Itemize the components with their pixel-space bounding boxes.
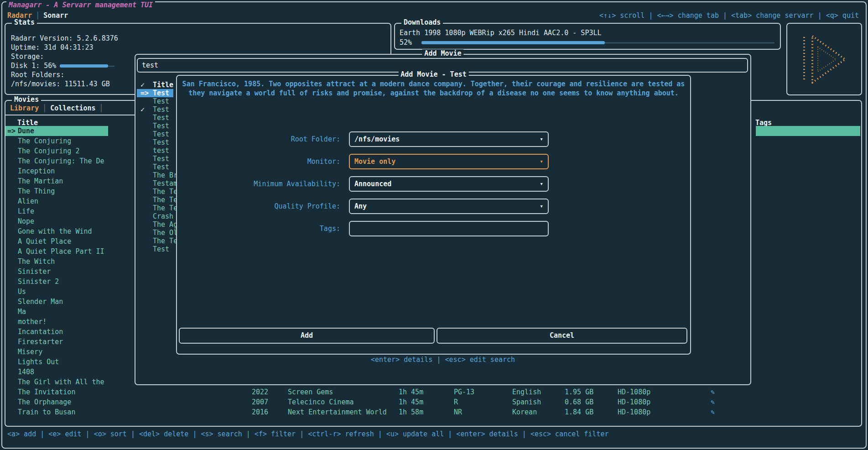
results-header-label: Title	[153, 81, 173, 89]
selection-arrow: =>	[7, 126, 18, 136]
library-tabbar: Library│Collections│	[10, 104, 107, 113]
disk-percent: 56%	[44, 62, 56, 70]
selected-row-tags-highlight	[756, 126, 860, 136]
movie-title-cell: Lights Out	[18, 357, 59, 367]
root-folder-entry: /nfs/movies: 11511.43 GB	[11, 79, 118, 89]
root-folder-value: /nfs/movies	[354, 132, 400, 146]
movie-title-cell: The Martian	[18, 176, 63, 186]
top-keybindings: <↑↓> scroll | <←→> change tab | <tab> ch…	[599, 11, 859, 20]
result-title-cell: test	[153, 147, 169, 155]
movie-title-cell: The Thing	[18, 186, 55, 196]
movie-studio-cell: Next Entertainment World	[288, 407, 387, 417]
minimum-availability-label: Minimum Availability:	[177, 176, 340, 192]
search-result-row[interactable]: The Test	[137, 204, 173, 212]
result-title-cell: Test	[153, 105, 169, 114]
search-result-row[interactable]: =>Test	[137, 89, 173, 97]
movie-title-cell: The Witch	[18, 256, 55, 267]
search-result-row[interactable]: Test	[137, 114, 173, 122]
chevron-down-icon: ▾	[540, 177, 543, 191]
radarr-version: Radarr Version: 5.2.6.8376	[11, 34, 118, 43]
root-folder-dropdown[interactable]: /nfs/movies ▾	[349, 131, 549, 147]
search-result-row[interactable]: The Old	[137, 229, 173, 237]
add-movie-modal: Add Movie - Test San Francisco, 1985. Tw…	[176, 75, 691, 355]
search-result-row[interactable]: Test	[137, 122, 173, 130]
search-result-row[interactable]: The Bran	[137, 171, 173, 179]
modal-title: Add Movie - Test	[398, 70, 469, 78]
monitor-dropdown[interactable]: Movie only ▾	[349, 154, 549, 169]
result-title-cell: Test	[153, 122, 169, 130]
movie-title-cell: Us	[18, 287, 26, 297]
search-result-row[interactable]: Test	[137, 138, 173, 147]
movie-row[interactable]: Train to Busan 2016 Next Entertainment W…	[5, 407, 861, 417]
tab-collections[interactable]: Collections	[50, 104, 95, 112]
movie-language-cell: Spanish	[512, 397, 541, 407]
movie-language-cell: Korean	[512, 407, 537, 417]
checkmark-icon: ✓	[140, 105, 153, 114]
disk-usage: Disk 1: 56%	[11, 61, 118, 70]
root-folder-label: Root Folder:	[177, 131, 340, 147]
search-result-row[interactable]: Test	[137, 163, 173, 171]
search-result-row[interactable]: The Test	[137, 237, 173, 245]
add-button[interactable]: Add	[179, 328, 435, 344]
search-result-row[interactable]: test	[137, 147, 173, 155]
search-result-row[interactable]: Test	[137, 97, 173, 105]
selection-arrow: =>	[140, 89, 153, 97]
search-result-row[interactable]: Crash Te	[137, 212, 173, 220]
movie-certification-cell: R	[454, 397, 458, 407]
movie-title-cell: Train to Busan	[18, 407, 75, 417]
movie-title-cell: The Girl with All the	[18, 377, 104, 387]
tab-separator: │	[42, 104, 47, 112]
movie-title-cell: Dune	[18, 126, 34, 136]
quality-profile-dropdown[interactable]: Any ▾	[349, 199, 549, 214]
tab-library[interactable]: Library	[10, 104, 39, 112]
tab-sonarr[interactable]: Sonarr	[43, 11, 68, 20]
movie-studio-cell: Screen Gems	[288, 387, 333, 397]
movie-title-cell: Gone with the Wind	[18, 226, 92, 236]
cancel-button[interactable]: Cancel	[437, 328, 687, 344]
monitor-label: Monitor:	[177, 154, 340, 169]
search-result-row[interactable]: The Test	[137, 188, 173, 196]
minimum-availability-dropdown[interactable]: Announced ▾	[349, 176, 549, 192]
monitor-value: Movie only	[354, 155, 395, 168]
managarr-logo-icon	[800, 32, 848, 86]
result-title-cell: Test	[153, 138, 169, 147]
movie-runtime-cell: 1h 58m	[399, 407, 423, 417]
search-result-row[interactable]: Test	[137, 155, 173, 163]
movie-row[interactable]: The Orphanage 2007 Telecinco Cinema 1h 4…	[5, 397, 861, 407]
search-result-row[interactable]: Testamen	[137, 179, 173, 188]
movie-title-cell: Inception	[18, 166, 55, 176]
form-row-minimum-availability: Minimum Availability: Announced ▾	[177, 176, 690, 192]
movie-title-cell: A Quiet Place	[18, 236, 71, 246]
movie-description-line2: they navigate a world full of risks and …	[177, 89, 690, 98]
add-movie-popup: Add Movie test ✓ Title =>Test Test ✓Test…	[135, 54, 751, 385]
tags-input[interactable]	[349, 221, 549, 236]
movie-title-cell: Sinister 2	[18, 277, 59, 287]
disk-usage-bar-track	[108, 66, 114, 67]
add-movie-popup-title: Add Movie	[422, 49, 463, 58]
movie-certification-cell: PG-13	[454, 387, 474, 397]
search-result-row[interactable]: Test	[137, 245, 173, 253]
pencil-icon: ✎	[711, 407, 715, 417]
checkmark-icon: ✓	[140, 81, 153, 89]
search-result-row[interactable]: The Test	[137, 196, 173, 204]
form-row-monitor: Monitor: Movie only ▾	[177, 154, 690, 169]
tags-label: Tags:	[177, 221, 340, 236]
library-panel-title: Movies	[12, 95, 41, 104]
result-title-cell: Test	[153, 89, 169, 97]
movie-year-cell: 2007	[252, 397, 268, 407]
movie-title-cell: Incantation	[18, 327, 63, 337]
search-result-row[interactable]: The Aga	[137, 220, 173, 229]
movie-description-line1: San Francisco, 1985. Two opposites attra…	[177, 79, 690, 89]
movie-title-cell: Sinister	[18, 267, 51, 277]
uptime-value: 31d 04:31:23	[44, 43, 93, 52]
movie-title-cell: The Conjuring	[18, 136, 71, 146]
popup-keybindings: <enter> details | <esc> edit search	[135, 355, 750, 364]
movie-title-cell: 1408	[18, 367, 34, 377]
movie-row[interactable]: The Invitation 2022 Screen Gems 1h 45m P…	[5, 387, 861, 397]
pencil-icon: ✎	[711, 397, 715, 407]
stats-panel-title: Stats	[12, 18, 37, 26]
search-result-row[interactable]: Test	[137, 130, 173, 138]
search-result-row[interactable]: ✓Test	[137, 105, 173, 114]
tabs-underline	[5, 115, 135, 115]
form-row-root-folder: Root Folder: /nfs/movies ▾	[177, 131, 690, 147]
